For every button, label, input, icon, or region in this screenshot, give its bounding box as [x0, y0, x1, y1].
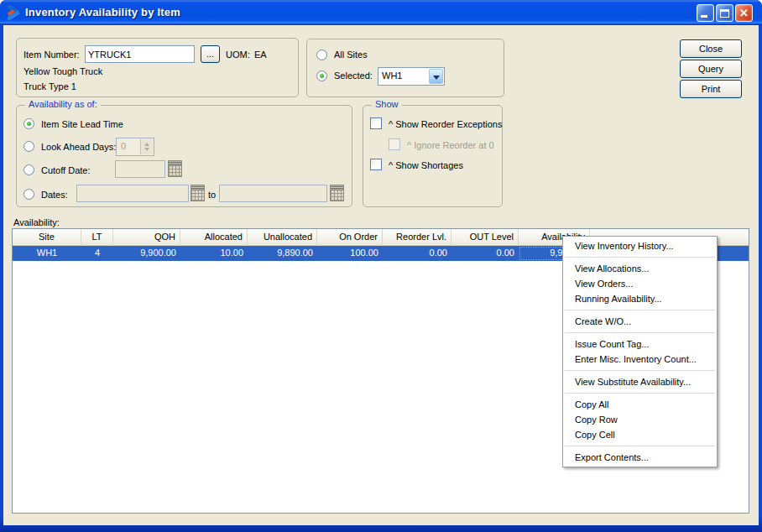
maximize-icon [720, 9, 729, 18]
menu-separator [563, 253, 717, 261]
all-sites-label: All Sites [334, 50, 368, 60]
menu-item-copy-row[interactable]: Copy Row [563, 412, 717, 427]
cell-qoh: 9,900.00 [113, 246, 180, 261]
column-header-qoh[interactable]: QOH [113, 229, 180, 246]
column-header-reorder-lvl[interactable]: Reorder Lvl. [383, 229, 451, 246]
maximize-button[interactable] [716, 4, 733, 22]
availability-as-of-groupbox: Availability as of: Item Site Lead Time … [16, 105, 352, 207]
query-button[interactable]: Query [680, 60, 742, 78]
menu-item-view-inventory-history[interactable]: View Inventory History... [563, 238, 717, 253]
cutoff-date-label: Cutoff Date: [41, 165, 91, 175]
look-ahead-radio[interactable] [23, 141, 34, 152]
menu-item-view-orders[interactable]: View Orders... [563, 276, 717, 291]
menu-separator [563, 389, 717, 397]
menu-separator [563, 442, 717, 450]
context-menu: View Inventory History... View Allocatio… [562, 236, 718, 467]
lead-time-label: Item Site Lead Time [41, 119, 123, 129]
cell-lt: 4 [81, 246, 113, 261]
availability-as-of-title: Availability as of: [25, 99, 101, 109]
column-header-site[interactable]: Site [13, 229, 81, 246]
menu-item-running-availability[interactable]: Running Availability... [563, 291, 717, 306]
menu-item-enter-misc-count[interactable]: Enter Misc. Inventory Count... [563, 352, 717, 367]
column-header-on-order[interactable]: On Order [317, 229, 383, 246]
menu-item-export-contents[interactable]: Export Contents... [563, 450, 717, 465]
date-to-calendar-icon[interactable] [330, 185, 344, 201]
show-groupbox: Show ^ Show Reorder Exceptions ^ Ignore … [363, 105, 503, 207]
window-title: Inventory Availability by Item [25, 6, 180, 18]
sites-groupbox: All Sites Selected: WH1 [306, 39, 504, 97]
cell-unallocated: 9,890.00 [248, 246, 317, 261]
menu-item-create-wo[interactable]: Create W/O... [563, 314, 717, 329]
lead-time-radio[interactable] [23, 118, 34, 129]
menu-separator [563, 329, 717, 336]
menu-item-copy-cell[interactable]: Copy Cell [563, 427, 717, 442]
close-icon: ✕ [739, 7, 749, 19]
app-window: Inventory Availability by Item ✕ Item Nu… [0, 0, 762, 532]
selected-site-label: Selected: [334, 70, 373, 81]
column-header-lt[interactable]: LT [81, 229, 113, 246]
item-number-label: Item Number: [23, 50, 80, 60]
dates-radio[interactable] [23, 189, 34, 200]
site-combobox[interactable]: WH1 [378, 67, 445, 86]
column-header-unallocated[interactable]: Unallocated [248, 229, 317, 246]
dates-label: Dates: [41, 190, 68, 200]
column-header-allocated[interactable]: Allocated [180, 229, 248, 246]
menu-item-copy-all[interactable]: Copy All [563, 397, 717, 412]
cutoff-date-radio[interactable] [23, 164, 34, 175]
cutoff-calendar-icon[interactable] [168, 160, 182, 177]
titlebar[interactable]: Inventory Availability by Item ✕ [0, 0, 762, 25]
minimize-icon [701, 15, 707, 18]
chevron-down-icon[interactable] [429, 69, 443, 84]
close-button[interactable]: ✕ [735, 4, 753, 22]
menu-item-issue-count-tag[interactable]: Issue Count Tag... [563, 336, 717, 352]
item-groupbox: Item Number: ... UOM: EA Yellow Tough Tr… [16, 38, 299, 97]
selected-site-radio[interactable] [316, 70, 327, 81]
column-header-out-level[interactable]: OUT Level [451, 229, 519, 246]
uom-value: EA [254, 50, 267, 60]
show-reorder-exceptions-label: ^ Show Reorder Exceptions [389, 119, 502, 129]
menu-item-view-allocations[interactable]: View Allocations... [563, 261, 717, 276]
app-icon [6, 5, 21, 20]
cutoff-date-input [115, 160, 165, 178]
spinner-arrows-icon [140, 139, 153, 154]
cell-allocated: 10.00 [180, 246, 248, 261]
cell-on-order: 100.00 [317, 246, 383, 261]
cell-reorder-lvl: 0.00 [383, 246, 451, 261]
date-from-input [76, 185, 189, 202]
ignore-reorder-checkbox [389, 138, 400, 150]
close-action-button[interactable]: Close [680, 39, 742, 58]
menu-separator [563, 367, 717, 374]
print-button[interactable]: Print [680, 80, 742, 98]
dates-to-label: to [208, 190, 216, 200]
site-combobox-value: WH1 [382, 70, 402, 81]
show-shortages-checkbox[interactable] [370, 159, 382, 170]
look-ahead-value: 0 [121, 141, 126, 151]
show-title: Show [372, 99, 402, 109]
show-reorder-exceptions-checkbox[interactable] [370, 117, 382, 129]
cell-out-level: 0.00 [451, 246, 519, 261]
cell-site: WH1 [13, 246, 81, 261]
date-from-calendar-icon[interactable] [190, 185, 205, 201]
item-description2: Truck Type 1 [23, 81, 76, 91]
ignore-reorder-label: ^ Ignore Reorder at 0 [407, 140, 494, 150]
minimize-button[interactable] [697, 4, 714, 22]
availability-table-label: Availability: [13, 217, 60, 227]
menu-item-view-substitute-availability[interactable]: View Substitute Availability... [563, 374, 717, 389]
menu-separator [563, 306, 717, 314]
look-ahead-spinner: 0 [116, 138, 154, 156]
item-description1: Yellow Tough Truck [23, 66, 102, 76]
item-browse-button[interactable]: ... [201, 45, 220, 63]
show-shortages-label: ^ Show Shortages [389, 160, 463, 170]
uom-label: UOM: [226, 50, 250, 60]
look-ahead-label: Look Ahead Days: [41, 142, 116, 152]
item-number-input[interactable] [85, 45, 195, 63]
all-sites-radio[interactable] [316, 50, 327, 60]
date-to-input [219, 185, 327, 202]
